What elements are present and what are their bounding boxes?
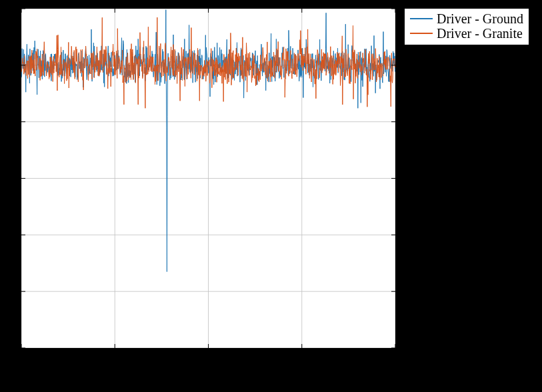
plot-svg [21, 9, 395, 348]
legend-entry-0: Driver - Ground [410, 11, 523, 26]
legend: Driver - Ground Driver - Granite [404, 8, 529, 45]
legend-label-0: Driver - Ground [437, 11, 523, 26]
legend-swatch-1 [410, 33, 433, 34]
legend-swatch-0 [410, 18, 433, 19]
plot-area [21, 8, 396, 349]
chart-figure: Driver - Ground Driver - Granite [0, 0, 542, 392]
legend-label-1: Driver - Granite [437, 26, 523, 41]
legend-entry-1: Driver - Granite [410, 26, 523, 41]
